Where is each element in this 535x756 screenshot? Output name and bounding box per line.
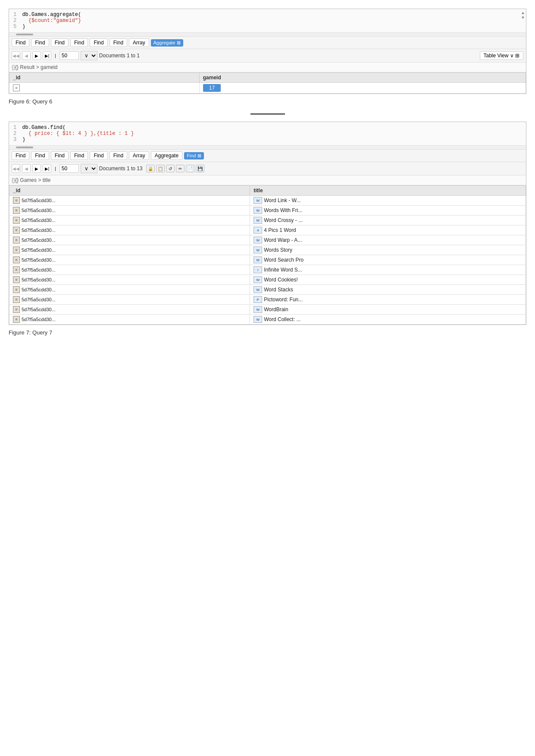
title-value: Word Crossy - ...	[264, 217, 303, 223]
nav-controls-7: ◀◀ ◀ ▶ ▶| | ∨ Documents 1 to 13 🔒 📋 ↺ ✏ …	[9, 162, 526, 175]
table-row[interactable]: ≡ 5d7f5a5cdd30... W Word Cookies!	[9, 275, 526, 285]
table-row[interactable]: ≡ 5d7f5a5cdd30... W Word Search Pro	[9, 255, 526, 265]
icon-refresh-7[interactable]: ↺	[166, 165, 175, 172]
find-btn-6-1[interactable]: Find	[12, 38, 29, 47]
find-btn-6-3[interactable]: Find	[51, 38, 69, 47]
figure6-section: ▲ ▼ 1 db.Games.aggregate( 2 {$count:"gam…	[9, 9, 526, 105]
id-icon-row: ≡	[13, 296, 20, 303]
query-line-7-3: 3 )	[13, 137, 522, 143]
id-value: 5d7f5a5cdd30...	[22, 218, 56, 223]
title-cell-7: W Word Search Pro	[250, 255, 526, 265]
title-cell-7: I Infinite Word S...	[250, 265, 526, 275]
query-line-6-3: 5 )	[13, 24, 522, 30]
id-value: 5d7f5a5cdd30...	[22, 267, 56, 272]
icon-edit-7[interactable]: ✏	[176, 165, 185, 172]
array-btn-7[interactable]: Array	[129, 151, 149, 160]
table-row[interactable]: ≡ 5d7f5a5cdd30... W Word Warp - A...	[9, 235, 526, 245]
table-row[interactable]: ≡ 5d7f5a5cdd30... I Infinite Word S...	[9, 265, 526, 275]
nav-prev-7[interactable]: ◀	[22, 164, 31, 173]
title-cell-7: W Word Stacks	[250, 285, 526, 295]
scrollbar-7[interactable]	[16, 147, 33, 148]
find-btn-7-3[interactable]: Find	[51, 151, 69, 160]
title-icon-row: W	[253, 217, 262, 224]
find-btn-7-2[interactable]: Find	[31, 151, 49, 160]
query-line-6-1: 1 db.Games.aggregate(	[13, 12, 522, 18]
aggregate-btn-7[interactable]: Aggregate	[151, 151, 182, 160]
scrollbar-6[interactable]	[16, 34, 33, 35]
nav-play-7[interactable]: ▶	[32, 164, 41, 173]
find-btn-7-6[interactable]: Find	[110, 151, 127, 160]
toolbar-7: Find Find Find Find Find Find Array Aggr…	[9, 150, 526, 162]
table-row[interactable]: ≡ 5d7f5a5cdd30... W Words Story	[9, 245, 526, 255]
find-btn-6-6[interactable]: Find	[110, 38, 127, 47]
table-row[interactable]: ≡ 5d7f5a5cdd30... W Word Collect: ...	[9, 315, 526, 325]
figure7-section: 1 db.Games.find( 2 { price: { $lt: 4 } }…	[9, 122, 526, 336]
table-row[interactable]: ≡ 5d7f5a5cdd30... W WordBrain	[9, 305, 526, 315]
table-row[interactable]: ≡ 5d7f5a5cdd30... W Words With Fri...	[9, 206, 526, 216]
id-icon-row: ≡	[13, 217, 20, 224]
toolbar-6: Find Find Find Find Find Find Array Aggr…	[9, 37, 526, 49]
page-select-6[interactable]: ∨	[81, 51, 97, 60]
nav-first-7[interactable]: ◀◀	[12, 164, 20, 173]
title-cell-7: 4 4 Pics 1 Word	[250, 225, 526, 235]
id-value: 5d7f5a5cdd30...	[22, 237, 56, 243]
table-row[interactable]: ≡ 5d7f5a5cdd30... W Word Stacks	[9, 285, 526, 295]
page-input-7[interactable]	[59, 164, 79, 173]
find-btn-7-4[interactable]: Find	[70, 151, 88, 160]
table-row[interactable]: ≡ 5d7f5a5cdd30... W Word Crossy - ...	[9, 216, 526, 225]
find-btn-6-2[interactable]: Find	[31, 38, 49, 47]
nav-last-6[interactable]: ▶|	[43, 51, 51, 60]
find-btn-7-1[interactable]: Find	[12, 151, 29, 160]
find-btn-7-5[interactable]: Find	[90, 151, 107, 160]
id-cell-7: ≡ 5d7f5a5cdd30...	[9, 295, 250, 305]
find-badge-7[interactable]: Find ⊠	[184, 152, 203, 159]
title-value: Word Collect: ...	[264, 316, 300, 322]
toolbar-icons-7: 🔒 📋 ↺ ✏ 📄 💾	[146, 165, 204, 172]
array-btn-6[interactable]: Array	[129, 38, 149, 47]
title-value: WordBrain	[264, 306, 288, 312]
title-value: Word Warp - A...	[264, 237, 302, 243]
find-btn-6-5[interactable]: Find	[90, 38, 107, 47]
id-value: 5d7f5a5cdd30...	[22, 247, 56, 253]
aggregate-badge-6[interactable]: Aggregate ⊠	[151, 39, 183, 47]
icon-clipboard-7[interactable]: 📄	[186, 165, 194, 172]
nav-first-6[interactable]: ◀◀	[12, 51, 20, 60]
id-cell-7: ≡ 5d7f5a5cdd30...	[9, 216, 250, 225]
query-line-7-1: 1 db.Games.find(	[13, 125, 522, 131]
title-value: Word Link - W...	[264, 197, 300, 203]
id-value: 5d7f5a5cdd30...	[22, 297, 56, 302]
nav-last-7[interactable]: ▶|	[43, 164, 51, 173]
id-value: 5d7f5a5cdd30...	[22, 228, 56, 233]
title-value: Words Story	[264, 247, 292, 253]
table-view-btn-6[interactable]: Table View ∨ ⊞	[480, 51, 523, 60]
table-row[interactable]: ≡ 17	[9, 83, 526, 94]
query-code-7: 1 db.Games.find( 2 { price: { $lt: 4 } }…	[9, 122, 526, 146]
data-table-6: _id gameid ≡ 17	[9, 72, 526, 94]
title-icon-row: W	[253, 276, 262, 283]
id-icon-row: ≡	[13, 237, 20, 244]
title-icon-row: W	[253, 237, 262, 244]
title-icon-row: P	[253, 296, 262, 303]
find-btn-6-4[interactable]: Find	[70, 38, 88, 47]
icon-copy-7[interactable]: 📋	[156, 165, 165, 172]
icon-lock-7[interactable]: 🔒	[146, 165, 155, 172]
id-cell-7: ≡ 5d7f5a5cdd30...	[9, 235, 250, 245]
id-icon-row: ≡	[13, 256, 20, 263]
id-icon-6: ≡	[13, 84, 20, 91]
page-input-6[interactable]	[59, 51, 79, 60]
page-select-7[interactable]: ∨	[81, 164, 97, 173]
nav-prev-6[interactable]: ◀	[22, 51, 31, 60]
col-header-gameid-6: gameid	[199, 73, 526, 83]
title-value: Infinite Word S...	[264, 267, 302, 273]
title-icon-row: W	[253, 316, 262, 323]
id-cell-7: ≡ 5d7f5a5cdd30...	[9, 225, 250, 235]
table-row[interactable]: ≡ 5d7f5a5cdd30... P Pictoword: Fun...	[9, 295, 526, 305]
table-row[interactable]: ≡ 5d7f5a5cdd30... 4 4 Pics 1 Word	[9, 225, 526, 235]
table-row[interactable]: ≡ 5d7f5a5cdd30... W Word Link - W...	[9, 196, 526, 206]
id-icon-row: ≡	[13, 316, 20, 323]
gameid-cell-6: 17	[199, 83, 526, 94]
figure6-label: Figure 6: Query 6	[9, 98, 526, 105]
icon-save-7[interactable]: 💾	[196, 165, 204, 172]
nav-play-6[interactable]: ▶	[32, 51, 41, 60]
scroll-arrows-6[interactable]: ▲ ▼	[522, 11, 524, 20]
